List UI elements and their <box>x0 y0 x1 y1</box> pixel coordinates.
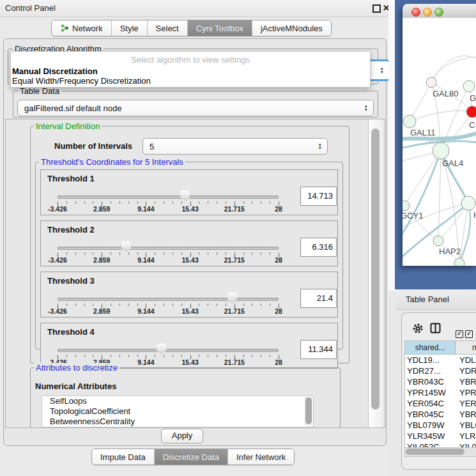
network-node[interactable] <box>403 201 410 211</box>
network-node[interactable] <box>403 115 416 128</box>
tick-label: 28 <box>275 358 282 366</box>
tab-network[interactable]: Network <box>52 20 112 36</box>
tab-cyni-toolbox[interactable]: Cyni Toolbox <box>188 20 252 36</box>
table-panel-title: Table Panel <box>406 295 449 304</box>
scrollbar-thumb[interactable] <box>406 449 464 455</box>
network-node[interactable] <box>426 77 436 88</box>
cell-shared-name[interactable]: YDR27... <box>405 365 457 376</box>
tick-label: 21.715 <box>224 256 245 264</box>
num-intervals-combobox[interactable]: 5 ▲▼ <box>142 138 328 155</box>
apply-button[interactable]: Apply <box>161 429 203 443</box>
tab-label: Impute Data <box>100 452 146 462</box>
gear-icon[interactable] <box>412 323 424 334</box>
tab-select[interactable]: Select <box>148 20 188 36</box>
scrollbar-thumb[interactable] <box>305 397 312 424</box>
node-label: GAL4 <box>442 158 463 168</box>
show-columns-icon[interactable] <box>430 323 441 334</box>
threshold-value-field[interactable]: 14.713 <box>300 187 337 206</box>
cell-shared-name[interactable]: YLR345W <box>405 431 457 441</box>
cell-shared-name[interactable]: YBL079W <box>405 420 457 431</box>
threshold-value-field[interactable]: 11.344 <box>300 340 337 359</box>
threshold-slider-track[interactable] <box>58 196 279 199</box>
cell-shared-name[interactable]: YER054C <box>405 398 457 409</box>
thresholds-group-title: Threshold's Coordinates for 5 Intervals <box>39 157 185 167</box>
table-panel-titlebar: Table Panel <box>396 289 476 310</box>
checkbox-icon[interactable]: ✓ <box>465 330 473 338</box>
threshold-slider-handle[interactable] <box>157 344 166 355</box>
network-view-window[interactable]: GAL80GACGAL11GAL4GCY1HHAP2 <box>403 4 476 266</box>
cell-name[interactable]: YBR0 <box>457 409 476 420</box>
cell-name[interactable]: YPR1 <box>457 387 476 398</box>
table-row[interactable]: YLR345WYLR3 <box>405 431 476 441</box>
threshold-slider-handle[interactable] <box>121 242 131 252</box>
column-header-shared-name[interactable]: shared... <box>405 341 456 354</box>
network-nodes[interactable] <box>403 77 476 266</box>
cell-shared-name[interactable]: YBR045C <box>405 409 457 420</box>
attributes-scrollbar[interactable] <box>304 397 312 426</box>
slider-minor-ticks <box>58 201 279 204</box>
tick-label: 9.144 <box>137 307 154 315</box>
tab-label: Network <box>72 24 103 33</box>
settings-vertical-scrollbar[interactable] <box>368 119 383 427</box>
table-row[interactable]: YDR27...YDR2 <box>405 365 476 376</box>
minimize-traffic-light[interactable] <box>423 8 432 17</box>
close-traffic-light[interactable] <box>411 8 420 17</box>
network-window-titlebar[interactable] <box>403 4 476 19</box>
threshold-value-field[interactable]: 6.316 <box>300 238 337 257</box>
cell-name[interactable]: YDR2 <box>457 365 476 376</box>
zoom-traffic-light[interactable] <box>434 8 443 17</box>
cell-shared-name[interactable]: YDL19... <box>405 355 457 365</box>
tick-label: -3.426 <box>48 205 67 213</box>
table-row[interactable]: YPR145WYPR1 <box>405 387 476 398</box>
float-window-icon[interactable] <box>372 4 381 13</box>
network-node[interactable] <box>463 81 475 92</box>
network-node[interactable] <box>433 142 449 159</box>
attribute-list-item[interactable]: BetweennessCentrality <box>42 417 313 427</box>
algorithm-option-equal-width[interactable]: Equal Width/Frequency Discretization <box>12 76 151 86</box>
table-data-value: galFiltered.sif default node <box>24 104 121 113</box>
tick-label: 9.144 <box>137 256 154 264</box>
tick-label: 15.43 <box>181 205 198 213</box>
table-row[interactable]: YDL19...YDL1 <box>405 355 476 365</box>
tab-infer-network[interactable]: Infer Network <box>228 449 294 464</box>
cell-name[interactable]: YLR3 <box>457 431 476 441</box>
network-node[interactable] <box>461 196 475 210</box>
cell-name[interactable]: YBL0 <box>457 420 476 431</box>
threshold-slider-track[interactable] <box>58 349 279 352</box>
table-row[interactable]: YBR043CYBR0 <box>405 376 476 387</box>
table-row[interactable]: YBR045CYBR0 <box>405 409 476 420</box>
network-node[interactable] <box>466 106 476 118</box>
network-canvas[interactable]: GAL80GACGAL11GAL4GCY1HHAP2 <box>403 18 476 266</box>
table-data-combobox[interactable]: galFiltered.sif default node ▲▼ <box>17 100 374 116</box>
column-header-name[interactable]: na <box>456 341 476 354</box>
tick-label: -3.426 <box>48 256 67 264</box>
attribute-list-item[interactable]: TopologicalCoefficient <box>42 406 313 417</box>
threshold-label: Threshold 3 <box>47 276 95 286</box>
tab-jactivemnodules[interactable]: jActiveMNodules <box>252 20 331 36</box>
tab-impute-data[interactable]: Impute Data <box>92 449 155 464</box>
algorithm-option-manual[interactable]: Manual Discretization <box>12 66 98 76</box>
table-row[interactable]: YER054CYER0 <box>405 398 476 409</box>
threshold-slider-handle[interactable] <box>180 190 190 201</box>
table-horizontal-scrollbar[interactable] <box>404 447 476 457</box>
tab-style[interactable]: Style <box>112 20 148 36</box>
attribute-list-item[interactable]: SelfLoops <box>42 396 313 406</box>
node-label: GA <box>470 93 476 103</box>
threshold-slider-track[interactable] <box>58 298 279 301</box>
checkbox-icon[interactable]: ✓ <box>456 330 463 338</box>
cell-name[interactable]: YDL1 <box>457 355 476 365</box>
network-node[interactable] <box>454 258 464 266</box>
cell-shared-name[interactable]: YBR043C <box>405 376 457 387</box>
threshold-slider-handle[interactable] <box>227 293 237 303</box>
threshold-slider-track[interactable] <box>58 247 279 250</box>
scrollbar-thumb[interactable] <box>371 128 380 410</box>
cell-name[interactable]: YBR0 <box>457 376 476 387</box>
top-tab-bar: Network Style Select Cyni Toolbox jActiv… <box>51 20 332 36</box>
threshold-value-field[interactable]: 21.4 <box>300 289 337 308</box>
cell-shared-name[interactable]: YPR145W <box>405 387 457 398</box>
tab-discretize-data[interactable]: Discretize Data <box>155 449 228 464</box>
numerical-attributes-list[interactable]: SelfLoopsTopologicalCoefficientBetweenne… <box>42 395 314 427</box>
network-node[interactable] <box>433 236 443 246</box>
table-row[interactable]: YBL079WYBL0 <box>405 420 476 431</box>
cell-name[interactable]: YER0 <box>457 398 476 409</box>
